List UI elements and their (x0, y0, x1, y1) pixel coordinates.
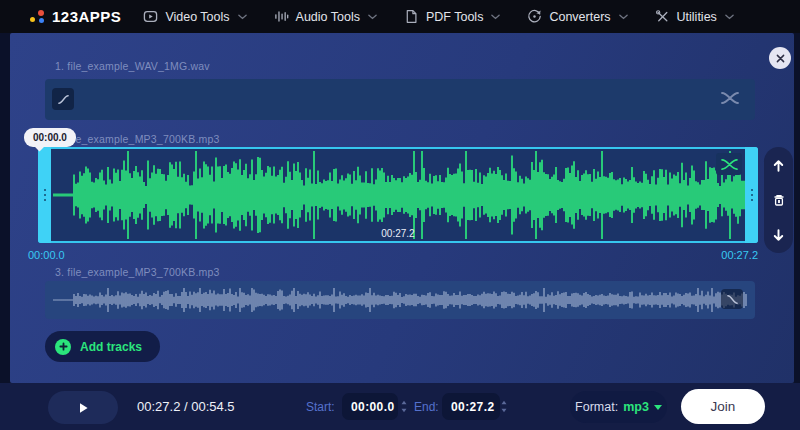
chevron-down-icon (238, 14, 247, 20)
main-menu: Video Tools Audio Tools PDF Tools (143, 9, 733, 24)
crossfade-icon[interactable] (720, 91, 741, 106)
selection-end-time: 00:27.2 (721, 249, 758, 261)
end-steppers (500, 400, 509, 414)
arrow-up-icon (771, 158, 786, 173)
tooltip-time: 00:00.0 (33, 132, 67, 143)
start-time-value: 00:00.0 (351, 400, 395, 414)
move-track-up-button[interactable] (770, 156, 788, 174)
menu-pdf-tools[interactable]: PDF Tools (404, 9, 500, 24)
video-tools-icon (143, 9, 158, 24)
track2-filename: 2. file_example_MP3_700KB.mp3 (55, 133, 220, 145)
trash-icon (772, 193, 786, 207)
chevron-down-icon (619, 14, 628, 20)
menu-label: Converters (549, 10, 610, 24)
format-label: Format: (575, 400, 618, 414)
start-steppers (400, 400, 409, 414)
dropdown-caret-icon (654, 405, 662, 410)
start-time-input[interactable]: 00:00.0 (342, 393, 398, 420)
start-step-down-button[interactable] (400, 408, 409, 414)
converters-icon (527, 9, 542, 24)
end-label: End: (414, 383, 439, 430)
menu-audio-tools[interactable]: Audio Tools (274, 9, 377, 24)
crossfade-button[interactable] (716, 153, 742, 175)
add-tracks-label: Add tracks (80, 340, 142, 354)
arrow-down-icon (771, 228, 786, 243)
end-step-down-button[interactable] (500, 408, 509, 414)
track-actions-panel (764, 147, 793, 253)
delete-track-button[interactable] (770, 191, 788, 209)
menu-label: Audio Tools (296, 10, 360, 24)
track2-selected-box[interactable]: 00:27.2 (38, 147, 758, 243)
track1-filename: 1. file_example_WAV_1MG.wav (55, 60, 210, 72)
logo-text: 123APPS (52, 8, 121, 25)
play-icon (76, 401, 90, 415)
end-time-input[interactable]: 00:27.2 (442, 393, 500, 420)
join-button[interactable]: Join (681, 389, 765, 424)
close-icon (775, 53, 786, 64)
end-time-value: 00:27.2 (451, 400, 495, 414)
pdf-tools-icon (404, 9, 419, 24)
start-label: Start: (306, 383, 335, 430)
add-tracks-button[interactable]: Add tracks (45, 331, 160, 362)
end-step-up-button[interactable] (500, 400, 509, 406)
menu-label: Utilities (677, 10, 717, 24)
logo[interactable]: 123APPS (30, 8, 121, 25)
chevron-down-icon (491, 14, 500, 20)
play-button[interactable] (48, 391, 118, 424)
position-tooltip: 00:00.0 (24, 128, 76, 147)
plus-icon (55, 339, 71, 355)
menu-video-tools[interactable]: Video Tools (143, 9, 246, 24)
utilities-icon (655, 9, 670, 24)
close-button[interactable] (769, 47, 791, 69)
menu-converters[interactable]: Converters (527, 9, 627, 24)
audio-tools-icon (274, 9, 289, 24)
track3-bar[interactable] (45, 281, 755, 319)
start-step-up-button[interactable] (400, 400, 409, 406)
fade-in-icon[interactable] (52, 88, 74, 110)
menu-utilities[interactable]: Utilities (655, 9, 734, 24)
editor-panel: 1. file_example_WAV_1MG.wav 00:00.0 2. f… (10, 33, 794, 383)
track3-filename: 3. file_example_MP3_700KB.mp3 (55, 266, 220, 278)
top-navbar: 123APPS Video Tools Audio Tools (0, 0, 800, 33)
selection-start-time: 00:00.0 (28, 249, 65, 261)
playback-bar: 00:27.2 / 00:54.5 Start: 00:00.0 End: 00… (0, 383, 800, 430)
track1-bar[interactable] (45, 79, 755, 120)
logo-dots-icon (30, 9, 47, 24)
track3-waveform (53, 282, 747, 318)
fade-out-icon[interactable] (721, 289, 743, 309)
menu-label: Video Tools (165, 10, 229, 24)
chevron-down-icon (368, 14, 377, 20)
menu-label: PDF Tools (426, 10, 483, 24)
move-track-down-button[interactable] (770, 226, 788, 244)
audio-joiner-app: 123APPS Video Tools Audio Tools (0, 0, 800, 430)
chevron-down-icon (725, 14, 734, 20)
time-display: 00:27.2 / 00:54.5 (137, 383, 235, 430)
track2-duration: 00:27.2 (40, 228, 756, 239)
format-selector[interactable]: Format: mp3 (570, 391, 667, 423)
format-value: mp3 (623, 400, 649, 414)
